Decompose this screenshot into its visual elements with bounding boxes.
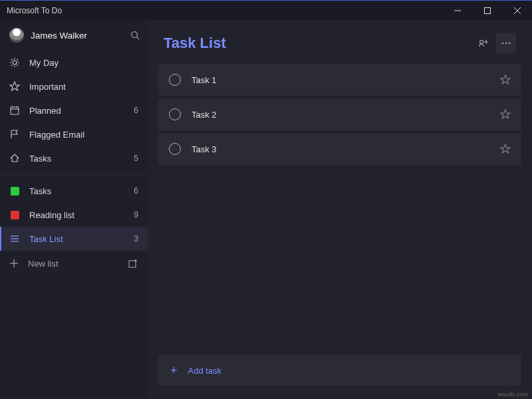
sidebar-item-label: Tasks <box>29 186 124 196</box>
titlebar: Microsoft To Do <box>0 0 532 20</box>
sidebar-item-user-tasks[interactable]: Tasks 6 <box>0 179 148 203</box>
calendar-icon <box>9 105 20 116</box>
sidebar-item-label: Task List <box>29 234 124 244</box>
list-title[interactable]: Task List <box>164 35 471 52</box>
plus-icon <box>9 259 19 268</box>
home-icon <box>9 153 20 164</box>
maximize-button[interactable] <box>472 1 502 21</box>
svg-rect-16 <box>11 107 19 114</box>
smart-lists: My Day Important Planned 6 <box>0 51 148 170</box>
window-title: Microsoft To Do <box>7 6 442 15</box>
svg-rect-1 <box>484 7 490 13</box>
sidebar-item-important[interactable]: Important <box>0 74 148 98</box>
sidebar-item-label: Reading list <box>29 210 124 220</box>
svg-point-33 <box>509 43 510 44</box>
divider <box>0 174 148 175</box>
sidebar-item-label: Planned <box>29 106 124 116</box>
avatar <box>9 28 24 43</box>
new-group-icon[interactable] <box>128 258 138 269</box>
add-task-row[interactable]: + Add task <box>158 355 521 386</box>
search-icon[interactable] <box>130 31 140 40</box>
sidebar-item-flagged-email[interactable]: Flagged Email <box>0 122 148 146</box>
user-name: James Walker <box>31 31 124 41</box>
sidebar-item-task-list[interactable]: Task List 3 <box>0 227 148 251</box>
share-button[interactable] <box>473 33 493 53</box>
task-title: Task 1 <box>192 75 489 85</box>
star-icon <box>9 81 20 92</box>
svg-point-28 <box>480 41 483 44</box>
main-header: Task List <box>158 20 521 64</box>
add-task-label: Add task <box>188 366 222 376</box>
star-icon[interactable] <box>500 109 511 120</box>
task-row[interactable]: Task 3 <box>158 133 521 165</box>
task-title: Task 3 <box>192 144 489 154</box>
user-row[interactable]: James Walker <box>0 20 148 51</box>
svg-marker-36 <box>501 144 510 153</box>
minimize-button[interactable] <box>442 1 472 21</box>
star-icon[interactable] <box>500 74 511 85</box>
svg-line-13 <box>11 65 13 66</box>
sidebar-item-tasks[interactable]: Tasks 5 <box>0 146 148 170</box>
task-title: Task 2 <box>192 110 489 120</box>
svg-point-6 <box>13 61 17 65</box>
main-panel: Task List Task 1 Task 2 <box>148 20 532 399</box>
sidebar-item-planned[interactable]: Planned 6 <box>0 98 148 122</box>
sidebar-item-reading-list[interactable]: Reading list 9 <box>0 203 148 227</box>
plus-icon: + <box>170 364 178 376</box>
more-button[interactable] <box>496 33 516 53</box>
sidebar-item-label: Important <box>29 82 129 92</box>
sidebar: James Walker My Day Important <box>0 20 148 399</box>
complete-checkbox[interactable] <box>169 74 181 86</box>
star-icon[interactable] <box>500 144 511 154</box>
list-color-icon <box>9 209 20 220</box>
sidebar-item-my-day[interactable]: My Day <box>0 51 148 74</box>
svg-marker-34 <box>501 75 510 84</box>
svg-rect-25 <box>129 261 136 267</box>
window-controls <box>442 1 532 21</box>
sidebar-item-label: My Day <box>29 58 129 68</box>
new-list-label: New list <box>28 259 118 269</box>
flag-icon <box>9 129 20 140</box>
list-lines-icon <box>9 233 20 244</box>
svg-point-31 <box>502 43 503 44</box>
sidebar-item-label: Flagged Email <box>29 130 129 140</box>
svg-point-32 <box>505 43 507 44</box>
new-list-row[interactable]: New list <box>0 251 148 276</box>
list-color-icon <box>9 186 20 196</box>
task-row[interactable]: Task 1 <box>158 64 521 96</box>
svg-point-4 <box>132 32 138 38</box>
svg-line-5 <box>137 37 140 40</box>
watermark: wsxdn.com <box>498 391 528 398</box>
svg-marker-15 <box>10 82 19 90</box>
svg-marker-35 <box>501 110 510 118</box>
task-list: Task 1 Task 2 Task 3 <box>158 64 521 165</box>
sun-icon <box>9 57 20 68</box>
svg-line-14 <box>17 59 19 61</box>
svg-line-11 <box>11 59 13 61</box>
sidebar-item-label: Tasks <box>29 154 124 164</box>
user-lists: Tasks 6 Reading list 9 Task List 3 <box>0 179 148 251</box>
complete-checkbox[interactable] <box>169 108 181 120</box>
svg-line-12 <box>17 65 19 66</box>
complete-checkbox[interactable] <box>169 143 181 155</box>
close-button[interactable] <box>502 1 532 21</box>
task-row[interactable]: Task 2 <box>158 98 521 130</box>
